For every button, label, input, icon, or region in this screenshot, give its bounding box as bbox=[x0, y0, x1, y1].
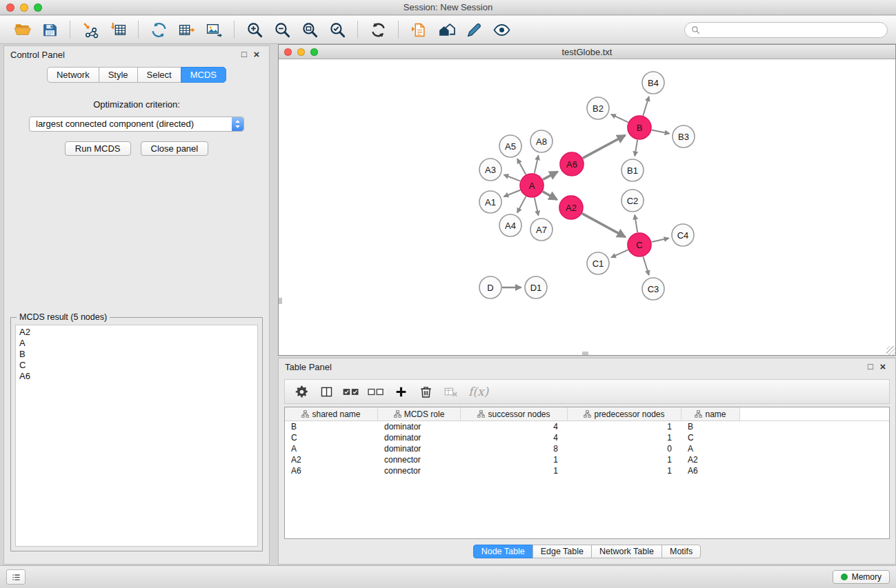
edge-A-A6[interactable] bbox=[543, 172, 557, 179]
network-canvas-svg[interactable]: B4B2BB3A5A8A6B1A3AC2A1A2A4A7C4CC1C3DD1 bbox=[279, 59, 895, 355]
zoom-out-button[interactable] bbox=[268, 18, 296, 41]
column-header-predecessor-nodes[interactable]: predecessor nodes bbox=[568, 407, 681, 420]
edge-B-B2[interactable] bbox=[611, 114, 628, 123]
node-A3[interactable]: A3 bbox=[479, 159, 501, 181]
node-D1[interactable]: D1 bbox=[525, 276, 547, 298]
node-C1[interactable]: C1 bbox=[587, 252, 609, 274]
table-row[interactable]: Cdominator41C bbox=[285, 432, 889, 443]
mcds-result-list[interactable]: A2ABCA6 bbox=[15, 325, 258, 547]
resize-handle[interactable] bbox=[886, 346, 895, 355]
edge-A-A2[interactable] bbox=[543, 192, 557, 200]
node-A4[interactable]: A4 bbox=[499, 214, 521, 236]
run-mcds-button[interactable]: Run MCDS bbox=[65, 141, 131, 156]
close-panel-icon[interactable]: × bbox=[250, 50, 263, 59]
table-row[interactable]: Adominator80A bbox=[285, 443, 889, 454]
node-C3[interactable]: C3 bbox=[642, 278, 664, 300]
node-A2[interactable]: A2 bbox=[559, 196, 583, 219]
export-table-button[interactable] bbox=[172, 18, 200, 41]
horizontal-scrollbar-stub[interactable] bbox=[582, 352, 588, 355]
style-apply-button[interactable] bbox=[460, 18, 488, 41]
column-header-successor-nodes[interactable]: successor nodes bbox=[461, 407, 568, 420]
node-B4[interactable]: B4 bbox=[642, 72, 664, 94]
close-window-button[interactable] bbox=[6, 3, 14, 12]
tab-style[interactable]: Style bbox=[99, 67, 138, 83]
zoom-selected-button[interactable] bbox=[323, 18, 351, 41]
task-history-button[interactable] bbox=[6, 569, 26, 585]
edge-A6-B[interactable] bbox=[583, 135, 626, 158]
column-header-shared-name[interactable]: shared name bbox=[285, 407, 378, 420]
vertical-scrollbar-stub[interactable] bbox=[279, 298, 282, 304]
edge-A2-C[interactable] bbox=[582, 214, 626, 237]
node-A[interactable]: A bbox=[520, 174, 544, 197]
zoom-window-button[interactable] bbox=[34, 3, 42, 12]
table-row[interactable]: Bdominator41B bbox=[285, 421, 889, 432]
edge-B-B3[interactable] bbox=[652, 130, 670, 134]
edge-B-B1[interactable] bbox=[635, 140, 637, 156]
open-folder-button[interactable] bbox=[8, 18, 36, 41]
node-B[interactable]: B bbox=[628, 116, 651, 139]
tab-motifs[interactable]: Motifs bbox=[661, 545, 701, 558]
zoom-fit-button[interactable] bbox=[296, 18, 323, 41]
node-D[interactable]: D bbox=[479, 276, 501, 298]
search-input[interactable] bbox=[704, 25, 881, 34]
clipboard-button[interactable] bbox=[405, 18, 432, 41]
tab-node-table[interactable]: Node Table bbox=[473, 545, 533, 558]
edge-A-A7[interactable] bbox=[535, 198, 539, 216]
deselect-all-button[interactable] bbox=[365, 382, 387, 401]
column-button[interactable] bbox=[315, 382, 337, 401]
tab-edge-table[interactable]: Edge Table bbox=[532, 545, 592, 558]
edge-A-A4[interactable] bbox=[517, 196, 526, 213]
select-all-button[interactable] bbox=[340, 382, 362, 401]
node-A7[interactable]: A7 bbox=[530, 219, 552, 241]
network-canvas[interactable]: B4B2BB3A5A8A6B1A3AC2A1A2A4A7C4CC1C3DD1 bbox=[279, 59, 895, 355]
import-network-button[interactable] bbox=[77, 18, 104, 41]
node-B1[interactable]: B1 bbox=[621, 159, 644, 181]
node-A8[interactable]: A8 bbox=[530, 130, 552, 152]
mcds-result-item[interactable]: A2 bbox=[19, 327, 254, 338]
memory-button[interactable]: Memory bbox=[833, 570, 890, 584]
node-A1[interactable]: A1 bbox=[479, 191, 501, 213]
edge-C-C3[interactable] bbox=[643, 256, 648, 275]
node-C2[interactable]: C2 bbox=[621, 190, 644, 212]
mcds-result-item[interactable]: C bbox=[19, 360, 254, 371]
tab-mcds[interactable]: MCDS bbox=[181, 67, 226, 83]
edge-C-C2[interactable] bbox=[635, 215, 637, 233]
node-A5[interactable]: A5 bbox=[499, 135, 521, 157]
node-B3[interactable]: B3 bbox=[673, 125, 695, 148]
node-B2[interactable]: B2 bbox=[587, 97, 609, 119]
delete-row-button[interactable] bbox=[415, 382, 437, 401]
export-network-button[interactable] bbox=[145, 18, 172, 41]
edge-B-B4[interactable] bbox=[643, 97, 649, 116]
column-header-name[interactable]: name bbox=[681, 407, 740, 420]
optimization-criterion-select[interactable]: largest connected component (directed) bbox=[29, 116, 244, 132]
zoom-in-button[interactable] bbox=[241, 18, 268, 41]
edge-A-A1[interactable] bbox=[504, 190, 521, 197]
eye-button[interactable] bbox=[488, 18, 515, 41]
network-zoom-button[interactable] bbox=[310, 48, 318, 56]
tab-network-table[interactable]: Network Table bbox=[591, 545, 662, 558]
add-row-button[interactable] bbox=[390, 382, 412, 401]
edge-C-C1[interactable] bbox=[611, 250, 628, 257]
mcds-result-item[interactable]: A bbox=[19, 338, 254, 349]
edge-A-A5[interactable] bbox=[517, 159, 526, 174]
float-table-panel-icon[interactable]: □ bbox=[864, 362, 877, 372]
close-table-panel-icon[interactable]: × bbox=[877, 362, 889, 372]
edge-C-C4[interactable] bbox=[652, 239, 669, 243]
node-A6[interactable]: A6 bbox=[560, 152, 584, 176]
node-C4[interactable]: C4 bbox=[672, 224, 694, 246]
tab-select[interactable]: Select bbox=[137, 67, 181, 83]
minimize-window-button[interactable] bbox=[20, 3, 28, 12]
edge-A-A8[interactable] bbox=[535, 156, 539, 174]
node-C[interactable]: C bbox=[628, 233, 651, 256]
save-button[interactable] bbox=[36, 18, 63, 41]
network-close-button[interactable] bbox=[284, 48, 292, 56]
tab-network[interactable]: Network bbox=[47, 67, 99, 83]
mcds-result-item[interactable]: B bbox=[19, 349, 254, 360]
close-panel-button[interactable]: Close panel bbox=[141, 141, 209, 156]
export-image-button[interactable] bbox=[200, 18, 228, 41]
search-field[interactable] bbox=[684, 22, 888, 38]
column-header-mcds-role[interactable]: MCDS role bbox=[378, 407, 461, 420]
import-table-button[interactable] bbox=[104, 18, 132, 41]
mcds-result-item[interactable]: A6 bbox=[19, 371, 254, 382]
table-row[interactable]: A6connector11A6 bbox=[285, 465, 889, 476]
